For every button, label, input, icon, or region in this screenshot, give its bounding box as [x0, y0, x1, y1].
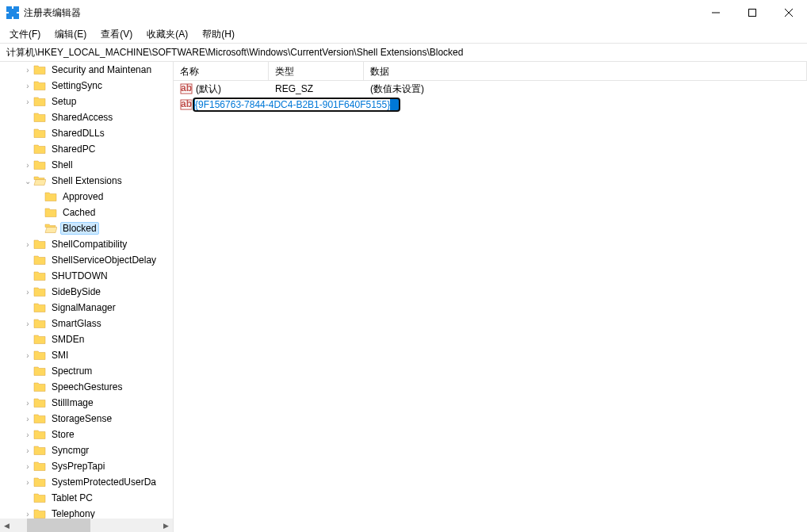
horizontal-scrollbar[interactable]: ◀ ▶: [0, 519, 173, 532]
chevron-right-icon[interactable]: ›: [22, 510, 33, 519]
addressbar[interactable]: 计算机\HKEY_LOCAL_MACHINE\SOFTWARE\Microsof…: [0, 43, 807, 62]
tree-pane[interactable]: ›Security and Maintenan›SettingSync›Setu…: [0, 62, 174, 532]
tree-node[interactable]: ›SignalManager: [0, 300, 173, 316]
chevron-right-icon[interactable]: ›: [22, 82, 33, 90]
close-icon: [785, 9, 793, 17]
tree-node[interactable]: ›Cached: [0, 205, 173, 220]
tree-node[interactable]: ›Store: [0, 427, 173, 442]
address-path: 计算机\HKEY_LOCAL_MACHINE\SOFTWARE\Microsof…: [6, 46, 463, 59]
tree-node[interactable]: ›SmartGlass: [0, 316, 173, 331]
chevron-right-icon[interactable]: ›: [22, 66, 33, 75]
list-row-editing[interactable]: [174, 97, 807, 113]
menubar: 文件(F)编辑(E)查看(V)收藏夹(A)帮助(H): [0, 25, 807, 43]
tree-node[interactable]: ›ShellServiceObjectDelay: [0, 252, 173, 268]
tree-node[interactable]: ›Blocked: [0, 220, 173, 236]
tree-node[interactable]: ›StillImage: [0, 395, 173, 411]
folder-icon: [44, 206, 57, 219]
folder-icon: [33, 444, 46, 457]
tree-node[interactable]: ›ShellCompatibility: [0, 236, 173, 252]
tree-label: SpeechGestures: [49, 381, 124, 393]
tree-label: SMI: [49, 349, 71, 362]
chevron-right-icon[interactable]: ›: [22, 446, 33, 455]
tree-node[interactable]: ›Shell: [0, 157, 173, 173]
folder-icon: [33, 111, 46, 124]
tree-node[interactable]: ›SharedAccess: [0, 109, 173, 125]
tree-node[interactable]: ›SpeechGestures: [0, 379, 173, 395]
tree-node[interactable]: ›SettingSync: [0, 78, 173, 94]
tree-node[interactable]: ⌄Shell Extensions: [0, 173, 173, 189]
folder-icon: [33, 428, 46, 441]
tree-label: SysPrepTapi: [49, 460, 107, 473]
chevron-right-icon[interactable]: ›: [22, 415, 33, 423]
string-value-icon: [180, 98, 193, 111]
column-header-type[interactable]: 类型: [269, 62, 364, 80]
tree-node[interactable]: ›SharedPC: [0, 141, 173, 157]
window-controls: [698, 0, 807, 25]
folder-icon: [33, 317, 46, 330]
scroll-right-arrow-icon[interactable]: ▶: [159, 519, 173, 532]
folder-icon: [33, 285, 46, 298]
chevron-right-icon[interactable]: ›: [22, 431, 33, 439]
list-row[interactable]: (默认)REG_SZ(数值未设置): [174, 81, 807, 97]
chevron-right-icon[interactable]: ›: [22, 288, 33, 297]
tree-node[interactable]: ›Spectrum: [0, 363, 173, 379]
folder-icon: [33, 381, 46, 393]
menu-item[interactable]: 帮助(H): [196, 26, 241, 43]
column-header-name[interactable]: 名称: [174, 62, 269, 80]
tree-node[interactable]: ›SMDEn: [0, 331, 173, 347]
folder-icon: [33, 412, 46, 425]
chevron-right-icon[interactable]: ›: [22, 320, 33, 328]
value-name-input[interactable]: [193, 98, 400, 112]
tree-node[interactable]: ›Security and Maintenan: [0, 62, 173, 78]
folder-open-icon: [44, 222, 57, 235]
tree-node[interactable]: ›StorageSense: [0, 411, 173, 427]
tree-node[interactable]: ›Approved: [0, 189, 173, 205]
string-value-icon: [180, 82, 193, 95]
tree-node[interactable]: ›Syncmgr: [0, 442, 173, 458]
tree-node[interactable]: ›SysPrepTapi: [0, 458, 173, 474]
menu-item[interactable]: 收藏夹(A): [140, 26, 194, 43]
tree-label: ShellServiceObjectDelay: [49, 254, 159, 266]
scroll-left-arrow-icon[interactable]: ◀: [0, 519, 13, 532]
maximize-button[interactable]: [734, 0, 771, 25]
scrollbar-thumb[interactable]: [27, 519, 90, 532]
tree-label: SystemProtectedUserDa: [49, 476, 159, 488]
list-body[interactable]: (默认)REG_SZ(数值未设置): [174, 81, 807, 532]
maximize-icon: [748, 9, 756, 17]
close-button[interactable]: [771, 0, 807, 25]
tree-label: SMDEn: [49, 333, 86, 346]
folder-icon: [33, 396, 46, 409]
chevron-right-icon[interactable]: ›: [22, 161, 33, 170]
menu-item[interactable]: 查看(V): [94, 26, 139, 43]
tree-label: Setup: [49, 95, 78, 108]
tree-node[interactable]: ›SHUTDOWN: [0, 268, 173, 284]
list-pane: 名称 类型 数据 (默认)REG_SZ(数值未设置): [174, 62, 807, 532]
folder-icon: [44, 190, 57, 203]
minimize-button[interactable]: [698, 0, 734, 25]
tree-node[interactable]: ›SMI: [0, 347, 173, 363]
column-header-data[interactable]: 数据: [364, 62, 807, 80]
chevron-right-icon[interactable]: ›: [22, 240, 33, 249]
folder-icon: [33, 79, 46, 92]
tree-node[interactable]: ›SharedDLLs: [0, 125, 173, 141]
menu-item[interactable]: 文件(F): [3, 26, 47, 43]
tree-label: Shell: [49, 159, 75, 171]
menu-item[interactable]: 编辑(E): [48, 26, 93, 43]
folder-icon: [33, 270, 46, 282]
folder-icon: [33, 349, 46, 362]
svg-rect-9: [749, 10, 756, 17]
chevron-right-icon[interactable]: ›: [22, 98, 33, 106]
chevron-right-icon[interactable]: ›: [22, 478, 33, 487]
tree-node[interactable]: ›SystemProtectedUserDa: [0, 474, 173, 490]
chevron-right-icon[interactable]: ›: [22, 462, 33, 471]
chevron-down-icon[interactable]: ⌄: [22, 177, 33, 186]
tree-node[interactable]: ›Setup: [0, 94, 173, 109]
chevron-right-icon[interactable]: ›: [22, 351, 33, 360]
tree-label: SHUTDOWN: [49, 270, 110, 282]
titlebar-left: 注册表编辑器: [6, 6, 81, 20]
tree-label: Approved: [60, 190, 105, 203]
chevron-right-icon[interactable]: ›: [22, 399, 33, 408]
tree-label: Spectrum: [49, 365, 94, 377]
tree-node[interactable]: ›SideBySide: [0, 284, 173, 300]
tree-node[interactable]: ›Tablet PC: [0, 490, 173, 506]
